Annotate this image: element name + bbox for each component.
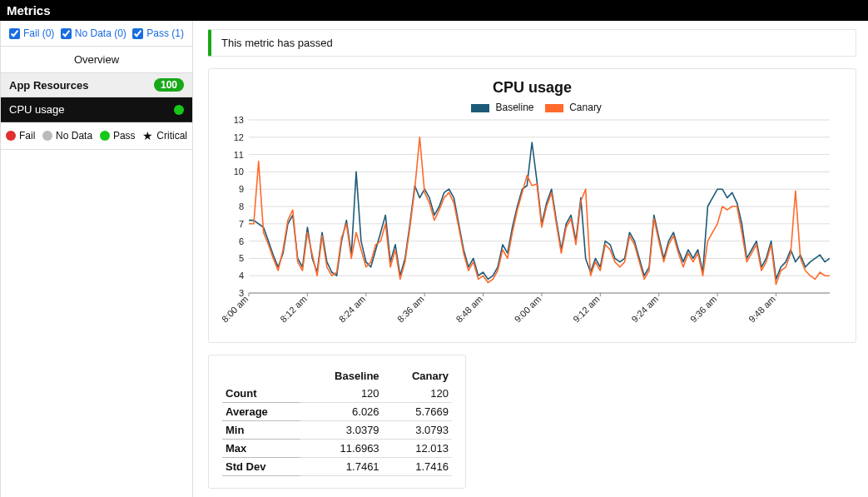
chart-legend: Baseline Canary xyxy=(221,102,844,113)
group-label: App Resources xyxy=(9,79,88,92)
svg-text:9:48 am: 9:48 am xyxy=(746,294,777,325)
legend-canary-label: Canary xyxy=(569,102,602,113)
legend-pass: Pass xyxy=(100,130,136,142)
cpu-usage-chart: 3456789101112138:00 am8:12 am8:24 am8:36… xyxy=(221,117,836,333)
chart-title: CPU usage xyxy=(221,79,844,97)
legend-critical: Critical xyxy=(142,129,187,142)
stats-row-label: Min xyxy=(222,421,300,440)
stats-row-baseline: 1.7461 xyxy=(300,458,382,476)
stats-row-canary: 5.7669 xyxy=(383,403,452,421)
status-legend: Fail No Data Pass Critical xyxy=(1,122,192,150)
stats-row-canary: 120 xyxy=(383,385,452,403)
svg-text:8:00 am: 8:00 am xyxy=(221,294,250,325)
svg-text:7: 7 xyxy=(239,219,244,229)
stats-col-metric xyxy=(222,367,300,385)
filter-pass-label: Pass (1) xyxy=(146,27,184,39)
legend-fail: Fail xyxy=(6,130,35,142)
svg-text:13: 13 xyxy=(234,117,244,125)
status-banner: This metric has passed xyxy=(208,29,856,57)
filter-pass-checkbox[interactable] xyxy=(132,28,143,39)
table-row: Max11.696312.013 xyxy=(222,440,452,458)
legend-critical-label: Critical xyxy=(156,130,187,142)
svg-text:4: 4 xyxy=(239,271,244,281)
stats-col-baseline: Baseline xyxy=(300,367,382,385)
svg-text:8: 8 xyxy=(239,201,244,211)
stats-row-label: Average xyxy=(222,403,300,421)
svg-text:8:36 am: 8:36 am xyxy=(395,294,426,325)
stats-row-baseline: 3.0379 xyxy=(300,421,382,440)
stats-row-canary: 3.0793 xyxy=(383,421,452,440)
stats-panel: Baseline Canary Count120120Average6.0265… xyxy=(208,355,466,489)
legend-fail-label: Fail xyxy=(19,130,35,142)
svg-text:12: 12 xyxy=(234,132,244,142)
filter-pass[interactable]: Pass (1) xyxy=(132,27,184,39)
stats-row-label: Count xyxy=(222,385,300,403)
group-score-badge: 100 xyxy=(154,78,184,92)
stats-row-label: Max xyxy=(222,440,300,458)
filter-fail-label: Fail (0) xyxy=(23,27,54,39)
svg-text:10: 10 xyxy=(234,166,244,176)
svg-text:8:48 am: 8:48 am xyxy=(454,294,484,325)
svg-text:11: 11 xyxy=(234,150,244,160)
legend-canary-swatch xyxy=(545,104,563,112)
stats-row-baseline: 120 xyxy=(300,385,382,403)
filter-fail-checkbox[interactable] xyxy=(9,28,20,39)
svg-text:8:12 am: 8:12 am xyxy=(278,294,309,325)
table-row: Count120120 xyxy=(222,385,452,403)
filter-nodata[interactable]: No Data (0) xyxy=(61,27,126,39)
fail-dot-icon xyxy=(6,131,16,141)
star-icon xyxy=(142,129,153,142)
overview-link[interactable]: Overview xyxy=(1,47,192,73)
svg-text:6: 6 xyxy=(239,236,244,246)
chart-panel: CPU usage Baseline Canary 34567891011121… xyxy=(208,68,856,343)
svg-text:8:24 am: 8:24 am xyxy=(337,294,368,325)
stats-col-canary: Canary xyxy=(383,367,452,385)
stats-row-baseline: 6.026 xyxy=(300,403,382,421)
main-content: This metric has passed CPU usage Baselin… xyxy=(193,21,868,497)
stats-row-canary: 1.7416 xyxy=(383,458,452,476)
filter-nodata-label: No Data (0) xyxy=(75,27,126,39)
table-row: Average6.0265.7669 xyxy=(222,403,452,421)
svg-text:9:12 am: 9:12 am xyxy=(571,294,602,325)
stats-row-baseline: 11.6963 xyxy=(300,440,382,458)
stats-row-canary: 12.013 xyxy=(383,440,452,458)
legend-nodata-label: No Data xyxy=(56,130,92,142)
stats-table: Baseline Canary Count120120Average6.0265… xyxy=(222,367,452,476)
metric-status-dot xyxy=(174,105,184,115)
stats-row-label: Std Dev xyxy=(222,458,300,476)
metric-label: CPU usage xyxy=(9,103,64,116)
legend-baseline-label: Baseline xyxy=(495,102,533,113)
svg-text:9:24 am: 9:24 am xyxy=(630,294,661,325)
legend-baseline-swatch xyxy=(471,104,489,112)
table-row: Min3.03793.0793 xyxy=(222,421,452,440)
legend-nodata: No Data xyxy=(42,130,92,142)
svg-text:9:00 am: 9:00 am xyxy=(513,294,543,325)
filter-nodata-checkbox[interactable] xyxy=(61,28,72,39)
page-title: Metrics xyxy=(0,0,868,21)
svg-text:9:36 am: 9:36 am xyxy=(688,294,719,325)
nodata-dot-icon xyxy=(42,131,52,141)
svg-text:5: 5 xyxy=(239,253,244,263)
legend-pass-label: Pass xyxy=(113,130,136,142)
filter-row: Fail (0) No Data (0) Pass (1) xyxy=(1,21,192,47)
table-row: Std Dev1.74611.7416 xyxy=(222,458,452,476)
svg-text:9: 9 xyxy=(239,184,244,194)
sidebar: Fail (0) No Data (0) Pass (1) Overview A… xyxy=(0,21,193,497)
pass-dot-icon xyxy=(100,131,110,141)
metric-cpu-usage[interactable]: CPU usage xyxy=(1,97,192,122)
filter-fail[interactable]: Fail (0) xyxy=(9,27,54,39)
group-app-resources[interactable]: App Resources 100 xyxy=(1,73,192,97)
